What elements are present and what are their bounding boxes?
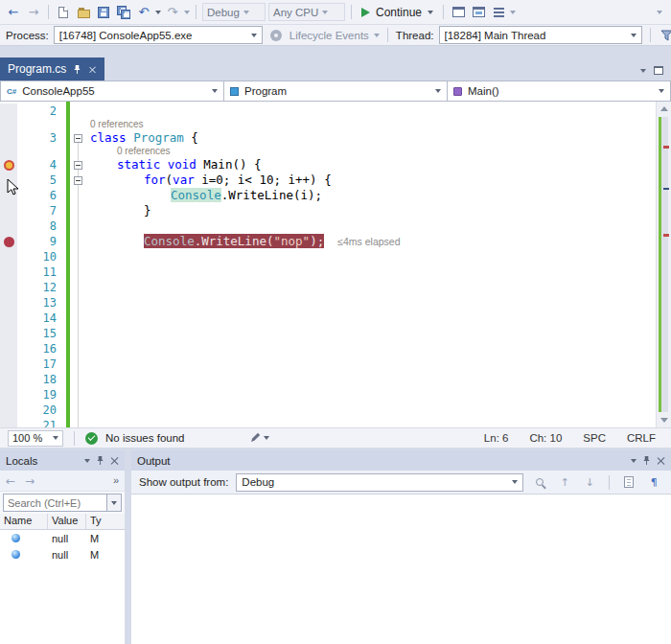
type-dropdown[interactable]: Program xyxy=(224,80,448,102)
breakpoint-margin[interactable] xyxy=(0,372,17,387)
document-well-dropdown-icon[interactable] xyxy=(640,69,646,73)
continue-button[interactable]: Continue xyxy=(358,3,437,22)
menu-icon[interactable] xyxy=(490,3,507,22)
breakpoint-margin[interactable] xyxy=(0,280,17,295)
locals-row[interactable]: nullM xyxy=(0,546,125,563)
open-file-icon[interactable] xyxy=(75,3,92,22)
editor-vertical-scrollbar[interactable] xyxy=(656,102,671,427)
redo-icon[interactable] xyxy=(164,3,181,22)
output-source-dropdown[interactable]: Debug xyxy=(236,473,523,492)
output-header[interactable]: Output xyxy=(131,450,671,471)
close-icon[interactable] xyxy=(110,456,119,465)
navigate-back-icon[interactable] xyxy=(6,475,15,487)
column-header-type[interactable]: Ty xyxy=(86,514,125,529)
debug-window-icon[interactable] xyxy=(450,3,467,22)
breakpoint-margin[interactable] xyxy=(0,387,17,402)
spaces-indicator[interactable]: SPC xyxy=(583,432,606,444)
forward-icon[interactable] xyxy=(25,3,42,22)
diagnostics-icon[interactable] xyxy=(470,3,487,22)
breakpoint-margin[interactable] xyxy=(0,203,17,218)
eol-indicator[interactable]: CRLF xyxy=(627,432,656,444)
pin-icon[interactable] xyxy=(96,455,104,466)
locals-search xyxy=(0,492,125,514)
window-position-icon[interactable] xyxy=(654,66,663,75)
lifecycle-events-dropdown-icon[interactable] xyxy=(374,34,380,37)
redo-dropdown-icon[interactable] xyxy=(184,11,190,14)
scrollbar-thumb[interactable] xyxy=(660,117,668,412)
locals-row[interactable]: nullM xyxy=(0,530,125,546)
word-wrap-icon[interactable] xyxy=(645,472,662,492)
scroll-up-icon[interactable] xyxy=(660,106,668,111)
code-line xyxy=(90,356,656,372)
save-icon[interactable] xyxy=(95,3,112,22)
menu-dropdown-icon[interactable] xyxy=(510,11,516,14)
close-icon[interactable] xyxy=(657,456,665,465)
save-all-icon[interactable] xyxy=(115,3,132,22)
breakpoint-margin[interactable] xyxy=(0,119,17,130)
code-area[interactable]: 20 references3class Program {0 reference… xyxy=(0,102,656,427)
new-file-icon[interactable] xyxy=(55,3,72,22)
search-dropdown-icon[interactable] xyxy=(107,494,122,512)
close-icon[interactable] xyxy=(89,65,97,73)
solution-platform-dropdown[interactable]: Any CPU xyxy=(268,3,345,21)
breakpoint-margin[interactable] xyxy=(0,341,17,356)
filter-icon[interactable] xyxy=(659,26,671,45)
column-header-value[interactable]: Value xyxy=(48,514,86,529)
pin-icon[interactable] xyxy=(642,455,651,466)
collapse-icon[interactable] xyxy=(74,134,82,143)
breakpoint-margin[interactable] xyxy=(0,326,17,341)
edit-mode-dropdown[interactable] xyxy=(249,432,269,444)
solution-configuration-dropdown[interactable]: Debug xyxy=(202,3,266,21)
lifecycle-events-icon[interactable] xyxy=(267,26,285,45)
breakpoint-margin[interactable] xyxy=(0,356,17,372)
navigate-forward-icon[interactable] xyxy=(25,475,35,487)
undo-icon[interactable] xyxy=(135,3,152,22)
separator xyxy=(74,431,75,446)
breakpoint-margin[interactable] xyxy=(0,264,17,280)
collapse-icon[interactable] xyxy=(74,176,82,185)
breakpoint-margin[interactable] xyxy=(0,234,17,249)
breakpoint-margin[interactable] xyxy=(0,402,17,418)
locals-rows: nullMnullM xyxy=(0,530,125,563)
process-dropdown[interactable]: [16748] ConsoleApp55.exe xyxy=(54,26,263,44)
clear-all-icon[interactable] xyxy=(620,472,637,492)
breakpoint-margin[interactable] xyxy=(0,146,17,157)
find-message-icon[interactable] xyxy=(531,472,548,492)
breakpoint-margin[interactable] xyxy=(0,295,17,310)
breakpoint-margin[interactable] xyxy=(0,418,17,427)
code-row: 9Console.WriteLine("nop");≤4ms elapsed xyxy=(0,234,656,249)
window-menu-icon[interactable] xyxy=(631,459,636,463)
previous-message-icon[interactable] xyxy=(556,472,573,492)
breakpoint-margin[interactable] xyxy=(0,130,17,146)
issues-label[interactable]: No issues found xyxy=(105,432,184,444)
locals-header[interactable]: Locals xyxy=(0,450,125,471)
column-header-name[interactable]: Name xyxy=(0,514,48,529)
pin-icon[interactable] xyxy=(73,64,81,75)
code-line xyxy=(90,341,656,356)
output-content[interactable] xyxy=(131,494,671,644)
scroll-down-icon[interactable] xyxy=(660,418,668,423)
breakpoint-margin[interactable] xyxy=(0,310,17,326)
member-name: Main() xyxy=(468,85,499,97)
method-icon xyxy=(453,87,462,96)
collapse-icon[interactable] xyxy=(74,161,82,170)
toolbar-overflow-icon[interactable] xyxy=(113,475,119,486)
breakpoint-margin[interactable] xyxy=(0,218,17,234)
window-menu-icon[interactable] xyxy=(84,459,90,463)
undo-dropdown-icon[interactable] xyxy=(155,11,161,14)
toolbar-overflow-icon[interactable] xyxy=(657,11,662,14)
breakpoint-icon[interactable] xyxy=(4,237,14,247)
tab-program-cs[interactable]: Program.cs xyxy=(0,58,104,80)
breakpoint-hit-icon[interactable] xyxy=(4,160,14,171)
thread-dropdown[interactable]: [18284] Main Thread xyxy=(439,26,642,44)
breakpoint-margin[interactable] xyxy=(0,104,17,119)
next-message-icon[interactable] xyxy=(581,472,598,492)
breakpoint-margin[interactable] xyxy=(0,249,17,264)
back-icon[interactable] xyxy=(5,3,22,22)
code-editor[interactable]: 20 references3class Program {0 reference… xyxy=(0,102,656,427)
search-input[interactable] xyxy=(3,494,107,512)
zoom-dropdown[interactable]: 100 % xyxy=(8,430,63,447)
breakpoint-margin[interactable] xyxy=(0,157,17,172)
project-dropdown[interactable]: ConsoleApp55 xyxy=(0,80,224,102)
member-dropdown[interactable]: Main() xyxy=(448,80,671,102)
